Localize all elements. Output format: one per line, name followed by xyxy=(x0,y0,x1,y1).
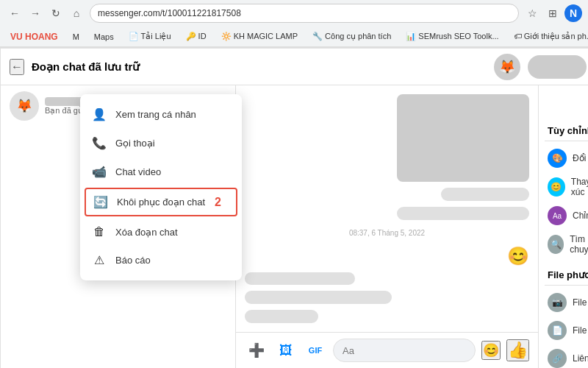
address-bar[interactable]: messenger.com/t/100011221817508 xyxy=(90,4,519,23)
nav-buttons: ← → ↻ ⌂ xyxy=(6,4,85,22)
emoji-label: Thay đổi biểu tượng cảm xúc xyxy=(571,177,588,197)
right-section-title: Tùy chỉnh đoạn chat xyxy=(548,125,588,136)
header-avatar-group: 🦊 xyxy=(494,54,520,80)
add-button[interactable]: ➕ xyxy=(245,339,268,362)
menu-item-restore[interactable]: 🔄 Khôi phục đoạn chat 2 xyxy=(85,188,237,216)
chat-body: 🦊 Bạn đã gửi một file đính kèm. · 1 tu..… xyxy=(1,85,588,368)
media-label: File phương tiện xyxy=(573,297,588,308)
menu-item-call[interactable]: 📞 Gọi thoại xyxy=(80,129,242,158)
file-icon: 📄 xyxy=(548,321,567,340)
header-avatar-gray xyxy=(528,55,587,79)
browser-actions: ☆ ⊞ N xyxy=(523,4,582,22)
home-button[interactable]: ⌂ xyxy=(68,4,85,22)
bookmark-m[interactable]: M xyxy=(68,31,84,43)
browser-toolbar: ← → ↻ ⌂ messenger.com/t/100011221817508 … xyxy=(0,0,588,26)
theme-icon: 🎨 xyxy=(548,149,567,168)
emoji-change-icon: 😊 xyxy=(548,177,565,197)
vu-hoang-logo: VU HOANG xyxy=(10,32,58,42)
msg-gray-2 xyxy=(397,207,529,220)
right-sidebar: 🎭 Tùy chỉnh đoạn chat ∨ 🎨 Đổi Chủ đề 😊 T… xyxy=(538,85,588,368)
file-section-title: File phương tiện, fil... xyxy=(548,269,588,280)
bookmarks-bar: VU HOANG M Maps 📄 Tải Liệu 🔑 ID 🔆 KH MAG… xyxy=(0,26,588,47)
bookmark-vu-hoang[interactable]: VU HOANG xyxy=(6,30,62,43)
conversation-panel: 🦊 Bạn đã gửi một file đính kèm. · 1 tu..… xyxy=(1,85,236,368)
file-section-header[interactable]: File phương tiện, fil... ∨ xyxy=(545,265,588,286)
delete-icon: 🗑 xyxy=(92,225,107,238)
profile-icon: 👤 xyxy=(92,107,107,121)
right-section-header[interactable]: Tùy chỉnh đoạn chat ∨ xyxy=(545,121,588,141)
msg-recv-2 xyxy=(245,291,392,304)
messages-area: 08:37, 6 Tháng 5, 2022 😊 xyxy=(236,85,538,332)
link-icon: 🔗 xyxy=(548,349,567,368)
link-label: Liên kết xyxy=(573,353,588,364)
msg-image xyxy=(397,94,529,182)
profile-button[interactable]: N xyxy=(564,4,582,22)
media-icon: 📷 xyxy=(548,293,567,312)
back-button[interactable]: ← xyxy=(10,59,24,75)
right-item-link[interactable]: 🔗 Liên kết xyxy=(545,344,588,368)
theme-label: Đổi Chủ đề xyxy=(573,153,588,163)
bookmark-semrush[interactable]: 📊 SEMrush SEO Toolk... xyxy=(401,30,503,43)
badge-2: 2 xyxy=(215,196,221,209)
menu-item-video-label: Chat video xyxy=(115,166,161,177)
restore-icon: 🔄 xyxy=(93,195,108,209)
chat-input[interactable] xyxy=(333,339,476,362)
menu-item-delete-label: Xóa đoạn chat xyxy=(115,227,178,238)
menu-item-delete[interactable]: 🗑 Xóa đoạn chat xyxy=(80,218,242,246)
url-text: messenger.com/t/100011221817508 xyxy=(98,8,241,18)
right-item-theme[interactable]: 🎨 Đổi Chủ đề xyxy=(545,144,588,172)
bookmark-analytics[interactable]: 🔧 Công cụ phân tích xyxy=(308,30,395,43)
right-item-media[interactable]: 📷 File phương tiện xyxy=(545,289,588,316)
chat-header: ← Đoạn chat đã lưu trữ 🦊 📞 📹 ••• xyxy=(1,49,588,85)
chat-title: Đoạn chat đã lưu trữ xyxy=(32,60,487,74)
right-item-emoji[interactable]: 😊 Thay đổi biểu tượng cảm xúc xyxy=(545,172,588,202)
menu-item-profile[interactable]: 👤 Xem trang cá nhân xyxy=(80,100,242,129)
back-button[interactable]: ← xyxy=(6,4,24,22)
m-icon: M xyxy=(73,32,79,41)
forward-button[interactable]: → xyxy=(26,4,44,22)
file-label: File xyxy=(573,325,587,336)
chat-input-bar: ➕ 🖼 GIF 😊 👍 xyxy=(236,332,538,368)
right-item-search[interactable]: 🔍 Tìm kiếm trong cuộc trò chuyện xyxy=(545,230,588,259)
menu-item-report-label: Báo cáo xyxy=(115,255,151,266)
msg-timestamp: 08:37, 6 Tháng 5, 2022 xyxy=(245,229,529,237)
report-icon: ⚠ xyxy=(92,253,107,267)
menu-item-report[interactable]: ⚠ Báo cáo xyxy=(80,246,242,275)
nickname-icon: Aa xyxy=(548,206,567,225)
menu-item-restore-label: Khôi phục đoạn chat xyxy=(117,197,205,208)
star-button[interactable]: ☆ xyxy=(523,4,541,22)
msg-emoji: 😊 xyxy=(507,246,529,266)
bookmark-id[interactable]: 🔑 ID xyxy=(182,30,211,43)
msg-recv-1 xyxy=(245,272,355,286)
nickname-label: Chỉnh sửa biệt danh xyxy=(573,210,588,221)
right-item-nickname[interactable]: Aa Chỉnh sửa biệt danh xyxy=(545,202,588,230)
main-content: ← Đoạn chat đã lưu trữ 🦊 📞 📹 ••• 🦊 Bạn đ… xyxy=(1,49,588,368)
msg-gray-1 xyxy=(441,188,529,201)
app-container: ← Đoạn chat đã lưu trữ 🦊 📞 📹 ••• 🦊 Bạn đ… xyxy=(0,48,588,368)
bookmark-maps[interactable]: Maps xyxy=(90,31,118,43)
image-button[interactable]: 🖼 xyxy=(274,339,298,362)
browser-chrome: ← → ↻ ⌂ messenger.com/t/100011221817508 … xyxy=(0,0,588,48)
search-label: Tìm kiếm trong cuộc trò chuyện xyxy=(570,234,588,255)
menu-item-profile-label: Xem trang cá nhân xyxy=(115,109,196,120)
call-icon: 📞 xyxy=(92,136,107,150)
right-item-file[interactable]: 📄 File xyxy=(545,316,588,344)
gif-button[interactable]: GIF xyxy=(304,339,327,362)
bookmark-magic-lamp[interactable]: 🔆 KH MAGIC LAMP xyxy=(217,30,302,43)
bookmark-introduce[interactable]: 🏷 Giới thiệu sản ph... xyxy=(509,30,588,43)
video-icon: 📹 xyxy=(92,165,107,179)
bookmark-tailieu[interactable]: 📄 Tải Liệu xyxy=(124,30,176,43)
search-icon: 🔍 xyxy=(548,235,564,254)
like-button[interactable]: 👍 xyxy=(506,339,529,361)
menu-item-video[interactable]: 📹 Chat video xyxy=(80,158,242,186)
messages-panel: 08:37, 6 Tháng 5, 2022 😊 ➕ 🖼 GIF 😊 👍 xyxy=(236,85,538,368)
refresh-button[interactable]: ↻ xyxy=(47,4,65,22)
bookmark-button[interactable]: ⊞ xyxy=(544,4,562,22)
context-menu: 👤 Xem trang cá nhân 📞 Gọi thoại 📹 Chat v… xyxy=(80,94,242,280)
menu-item-call-label: Gọi thoại xyxy=(115,138,155,149)
emoji-button[interactable]: 😊 xyxy=(481,341,501,360)
conv-avatar: 🦊 xyxy=(10,91,39,121)
msg-recv-3 xyxy=(245,310,318,323)
